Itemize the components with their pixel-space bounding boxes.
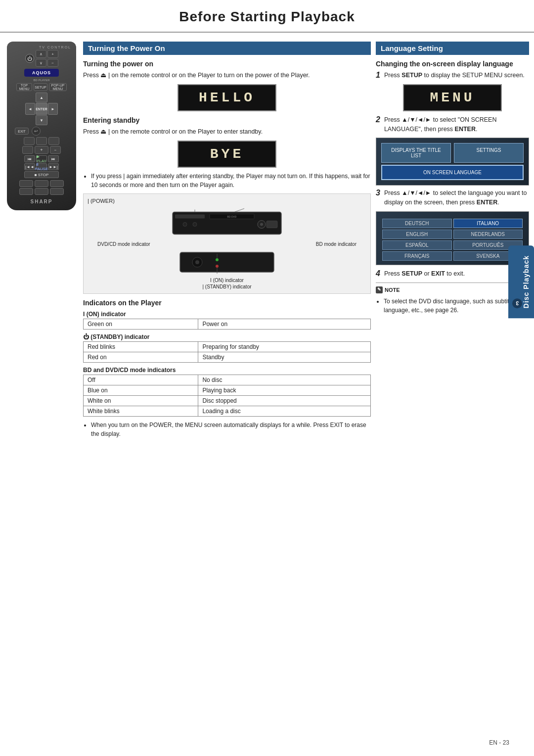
standby-diagram-label: | (STANDBY) indicator [88,284,366,289]
table-row: Red blinksPreparing for standby [84,341,371,352]
indicators-heading: Indicators on the Player [83,299,371,307]
side-tab-number: 3 [512,298,522,308]
next-button[interactable]: ►►| [48,163,59,170]
popup-menu-button[interactable]: POP-UP MENU [49,83,67,91]
language-option: ENGLISH [382,230,452,239]
misc-btn-1[interactable] [19,180,33,187]
misc-btn-5[interactable] [35,188,48,195]
language-option: DEUTSCH [382,219,452,228]
tv-up-button[interactable]: ∧ [36,50,46,58]
btn-c[interactable] [48,137,59,145]
vol-minus-button[interactable]: − [47,59,58,67]
standby-heading: Entering standby [83,116,371,124]
btn-f[interactable]: − [50,146,61,154]
dvd-bd-labels: DVD/CD mode indicator BD mode indicator [88,241,366,247]
misc-btn-2[interactable] [35,180,48,187]
table-row: Red onStandby [84,352,371,362]
tv-down-button[interactable]: ∨ [36,59,46,67]
play-button[interactable]: ▶ PLAY [36,155,47,162]
power-section-header: Turning the Power On [83,42,371,55]
step-4-number: 4 [376,269,380,278]
bd-label: BD mode indicator [316,241,356,247]
note-label: ✎ NOTE [376,286,529,294]
pause-button[interactable]: ⏸ PAUSE [36,163,47,170]
note-text: To select the DVD disc language, such as… [384,297,529,315]
btn-e[interactable]: + [35,146,48,154]
remote-control: TV CONTROL ⏻ ∧ + ∨ − AQUOS BD PLAYER [5,42,78,441]
dpad-down[interactable]: ▼ [36,115,47,125]
bd-player-label: BD PLAYER [10,79,73,82]
menu-settings: SETTINGS [454,143,524,163]
standby-indicator-label: ⏻ (STANDBY) indicator [83,333,371,340]
btn-b[interactable] [36,137,47,145]
indicator-labels: I (ON) indicator [88,278,366,283]
ion-diagram-label: I (ON) indicator [210,278,244,283]
power-on-text: Press ⏏ | on the remote control or on th… [83,71,371,80]
table-row: White blinksLoading a disc [84,406,371,416]
bd-dvd-indicator-table: OffNo discBlue onPlaying backWhite onDis… [83,375,371,417]
vol-plus-button[interactable]: + [47,50,58,58]
side-tab-label: Disc Playback [522,255,530,308]
top-menu-button[interactable]: TOP MENU [16,83,32,91]
player-indicator-svg [178,250,276,277]
step-3-row: 3 Press ▲/▼/◄/► to select the language y… [376,189,529,207]
language-screenshot: DEUTSCHITALIANOENGLISHNEDERLANDSESPAÑOLP… [376,211,529,265]
power-diagram-label: | (POWER) [88,198,366,204]
dvd-label: DVD/CD mode indicator [97,241,150,247]
menu-on-screen-lang: ON SCREEN LANGUAGE [381,165,524,180]
language-heading: Changing the on-screen display language [376,60,529,68]
step-1-number: 1 [376,71,380,80]
exit-button[interactable]: EXIT [15,128,29,135]
setup-button[interactable]: SETUP [34,83,47,91]
misc-btn-3[interactable] [50,180,64,187]
dpad-right[interactable]: ► [48,103,58,115]
language-option: ESPAÑOL [382,240,452,250]
enter-button[interactable]: ENTER [36,103,47,115]
table-row: White onDisc stopped [84,395,371,406]
step-2-text: Press ▲/▼/◄/► to select "ON SCREEN LANGU… [384,115,529,134]
dpad-left[interactable]: ◄ [25,103,35,115]
standby-text: Press ⏏ | on the remote control or on th… [83,127,371,137]
svg-rect-6 [267,221,277,228]
bottom-note-area: When you turn on the POWER, the MENU scr… [83,421,371,438]
step-3-number: 3 [376,189,380,197]
dpad: ▲ ◄ ENTER ► ▼ [25,93,58,125]
svg-point-13 [195,260,199,264]
btn-d[interactable] [22,146,33,154]
step-1-row: 1 Press SETUP to display the SETUP MENU … [376,71,529,80]
standby-bullet-item: If you press | again immediately after e… [91,172,371,189]
center-column: Turning the Power On Turning the power o… [83,42,371,441]
fastforward-button[interactable]: ⏭ [48,155,59,162]
step-2-number: 2 [376,115,380,124]
power-button[interactable]: ⏻ [25,54,34,63]
misc-btn-6[interactable] [50,188,64,195]
language-option: ITALIANO [453,219,523,228]
language-option: NEDERLANDS [453,230,523,239]
aquos-logo: AQUOS [24,69,59,77]
player-svg: BD DVD [170,206,284,240]
svg-line-10 [234,208,244,212]
step-2-row: 2 Press ▲/▼/◄/► to select "ON SCREEN LAN… [376,115,529,134]
misc-btn-4[interactable] [19,188,33,195]
dpad-up[interactable]: ▲ [36,93,47,102]
player-diagram: | (POWER) BD DVD DVD/CD [83,193,371,294]
btn-a[interactable] [24,137,35,145]
svg-point-7 [183,222,187,226]
prev-button[interactable]: |◄◄ [24,163,35,170]
language-section-header: Language Setting [376,42,529,55]
page-title: Before Starting Playback [0,9,534,25]
language-option: FRANÇAIS [382,251,452,261]
rewind-button[interactable]: ⏮ [24,155,35,162]
table-row: Green onPower on [84,319,371,329]
menu-display: MENU [403,84,502,111]
ion-indicator-table: Green onPower on [83,319,371,330]
power-on-heading: Turning the power on [83,60,371,68]
return-button[interactable]: ↩ [32,127,41,136]
svg-text:BD DVD: BD DVD [227,215,237,218]
step-4-row: 4 Press SETUP or EXIT to exit. [376,269,529,279]
svg-rect-1 [175,214,205,218]
stop-button[interactable]: ■ STOP [24,171,59,178]
menu-title-list: DISPLAYS THE TITLE LIST [381,143,451,163]
sharp-logo: SHARP [10,199,73,204]
svg-point-14 [216,258,219,261]
